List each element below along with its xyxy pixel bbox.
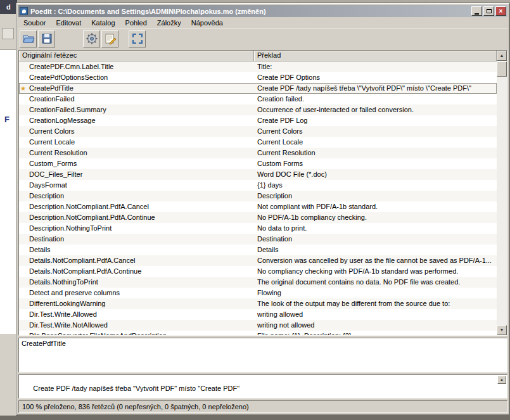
row-translation: Title: xyxy=(254,61,497,72)
background-window-text: F xyxy=(4,115,10,124)
table-row[interactable]: ★ Dlg.BaseConvertor.FileNameAndDescripti… xyxy=(19,331,497,335)
background-window-body: F xyxy=(0,49,17,334)
row-translation: Current Colors xyxy=(254,126,497,137)
scroll-down-button[interactable]: ▼ xyxy=(497,325,507,335)
row-source: Description.NothingToPrint xyxy=(29,224,112,232)
close-button[interactable]: × xyxy=(495,6,506,16)
table-row[interactable]: ★ CreationFailed.Summary Occurrence of u… xyxy=(19,105,497,115)
table-row[interactable]: ★ CreationLogMessage Create PDF Log xyxy=(19,115,497,126)
header-translation[interactable]: Překlad xyxy=(254,51,497,61)
table-row[interactable]: ★ Dir.Test.Write.NotAllowed writing not … xyxy=(19,320,497,331)
row-source-cell: ★ Current Resolution xyxy=(19,148,254,158)
table-row[interactable]: ★ Current Colors Current Colors xyxy=(19,126,497,137)
row-translation: The original document contains no data. … xyxy=(254,277,497,288)
table-row[interactable]: ★ Details.NothingToPrint The original do… xyxy=(19,277,497,288)
poedit-app-icon xyxy=(20,7,28,15)
row-translation: Destination xyxy=(254,234,497,245)
row-source: DaysFormat xyxy=(29,181,67,189)
maximize-button[interactable] xyxy=(483,6,494,16)
fullscreen-button[interactable] xyxy=(129,30,146,48)
table-row[interactable]: ★ DaysFormat {1} days xyxy=(19,180,497,191)
table-row[interactable]: ★ DOC_Files_Filter Word DOC File (*.doc) xyxy=(19,169,497,180)
table-row[interactable]: ★ Description.NotCompliant.PdfA.Cancel N… xyxy=(19,201,497,212)
table-row[interactable]: ★ Detect and preserve columns Flowing xyxy=(19,288,497,298)
menu-item-editovat[interactable]: Editovat xyxy=(51,18,86,28)
row-translation: Create PDF Log xyxy=(254,115,497,126)
table-scrollbar[interactable]: ▲ ▼ xyxy=(497,51,507,335)
row-source-cell: ★ Dlg.BaseConvertor.FileNameAndDescripti… xyxy=(19,331,254,335)
string-grid: Originální řetězec Překlad ★ CreatePDF.C… xyxy=(19,51,497,335)
minimize-button[interactable] xyxy=(471,6,482,16)
menu-item-katalog[interactable]: Katalog xyxy=(86,18,120,28)
scroll-up-button[interactable]: ▲ xyxy=(497,51,507,61)
row-translation: Custom Forms xyxy=(254,158,497,169)
row-translation: Create PDF /tady napíšeš třeba \"Vytvoři… xyxy=(254,83,497,94)
scroll-thumb[interactable] xyxy=(497,61,507,77)
menu-item-napoveda[interactable]: Nápověda xyxy=(186,18,228,28)
row-source: DifferentLookingWarning xyxy=(29,300,105,307)
row-translation: Conversion was cancelled by user as the … xyxy=(254,255,497,266)
bottom-edge xyxy=(0,416,510,420)
table-row[interactable]: ★ CreationFailed Creation failed. xyxy=(19,94,497,105)
settings-button[interactable] xyxy=(83,30,100,48)
window-title: Poedit : C:\Documents and Settings\ADMIN… xyxy=(30,8,470,15)
row-source-cell: ★ CreationLogMessage xyxy=(19,115,254,126)
row-source: Custom_Forms xyxy=(29,160,77,167)
background-window-titlebar: d xyxy=(0,0,17,14)
comment-button[interactable] xyxy=(101,30,118,48)
table-row[interactable]: ★ Details.NotCompliant.PdfA.Cancel Conve… xyxy=(19,255,497,266)
table-row[interactable]: ★ CreatePdfTitle Create PDF /tady napíše… xyxy=(19,83,497,94)
row-source: Dlg.BaseConvertor.FileNameAndDescription xyxy=(29,332,167,335)
translation-scroll-up-button[interactable]: ▲ xyxy=(497,376,506,384)
row-translation: Flowing xyxy=(254,288,497,298)
table-row[interactable]: ★ Description.NotCompliant.PdfA.Continue… xyxy=(19,212,497,223)
row-source: Details.NotCompliant.PdfA.Continue xyxy=(29,267,141,275)
row-source: CreationFailed.Summary xyxy=(29,106,106,113)
row-translation: Description xyxy=(254,191,497,201)
row-source: Dir.Test.Write.Allowed xyxy=(29,310,97,318)
menu-bar: SouborEditovatKatalogPohledZáložkyNápově… xyxy=(18,17,507,29)
row-source-cell: ★ Details.NotCompliant.PdfA.Continue xyxy=(19,266,254,277)
table-row[interactable]: ★ Details Details xyxy=(19,245,497,255)
table-row[interactable]: ★ Description Description xyxy=(19,191,497,201)
row-source-cell: ★ Details.NotCompliant.PdfA.Cancel xyxy=(19,255,254,266)
row-source-cell: ★ DOC_Files_Filter xyxy=(19,169,254,180)
header-original-string[interactable]: Originální řetězec xyxy=(19,51,254,61)
table-row[interactable]: ★ Custom_Forms Custom Forms xyxy=(19,158,497,169)
table-row[interactable]: ★ CreatePdfOptionsSection Create PDF Opt… xyxy=(19,72,497,83)
table-row[interactable]: ★ CreatePDF.Cmn.Label.Title Title: xyxy=(19,61,497,72)
table-row[interactable]: ★ Destination Destination xyxy=(19,234,497,245)
row-source-cell: ★ Current Colors xyxy=(19,126,254,137)
table-row[interactable]: ★ Current Resolution Current Resolution xyxy=(19,148,497,158)
title-bar[interactable]: Poedit : C:\Documents and Settings\ADMIN… xyxy=(18,5,507,17)
row-source: Description xyxy=(29,192,64,200)
row-source: CreationFailed xyxy=(29,95,75,103)
minimize-icon xyxy=(475,13,479,15)
source-text-panel[interactable]: CreatePdfTitle xyxy=(18,338,507,372)
menu-item-pohled[interactable]: Pohled xyxy=(120,18,152,28)
translation-text-panel[interactable]: Create PDF /tady napíšeš třeba "Vytvořit… xyxy=(18,374,507,398)
row-source-cell: ★ Destination xyxy=(19,234,254,245)
table-body: ★ CreatePDF.Cmn.Label.Title Title: ★ Cre… xyxy=(19,61,497,335)
row-source: Description.NotCompliant.PdfA.Continue xyxy=(29,213,155,221)
open-catalog-button[interactable] xyxy=(20,30,37,48)
row-translation: No PDF/A-1b compliancy checking. xyxy=(254,212,497,223)
row-source-cell: ★ Current Locale xyxy=(19,137,254,148)
background-window-toolbar-stub xyxy=(2,28,14,39)
table-row[interactable]: ★ Details.NotCompliant.PdfA.Continue No … xyxy=(19,266,497,277)
table-row[interactable]: ★ Current Locale Current Locale xyxy=(19,137,497,148)
menu-item-soubor[interactable]: Soubor xyxy=(18,18,51,28)
row-source-cell: ★ Details.NothingToPrint xyxy=(19,277,254,288)
table-row[interactable]: ★ DifferentLookingWarning The look of th… xyxy=(19,298,497,309)
status-text: 100 % přeloženo, 836 řetězců (0 nepřesný… xyxy=(22,403,249,410)
save-catalog-button[interactable] xyxy=(38,30,55,48)
folder-open-icon xyxy=(22,32,35,45)
row-translation: The look of the output may be different … xyxy=(254,298,497,309)
table-row[interactable]: ★ Dir.Test.Write.Allowed writing allowed xyxy=(19,309,497,320)
row-source-cell: ★ Dir.Test.Write.NotAllowed xyxy=(19,320,254,331)
menu-item-zalozky[interactable]: Záložky xyxy=(152,18,186,28)
row-translation: Create PDF Options xyxy=(254,72,497,83)
table-row[interactable]: ★ Description.NothingToPrint No data to … xyxy=(19,223,497,234)
row-source-cell: ★ Dir.Test.Write.Allowed xyxy=(19,309,254,320)
row-source-cell: ★ CreationFailed.Summary xyxy=(19,105,254,115)
